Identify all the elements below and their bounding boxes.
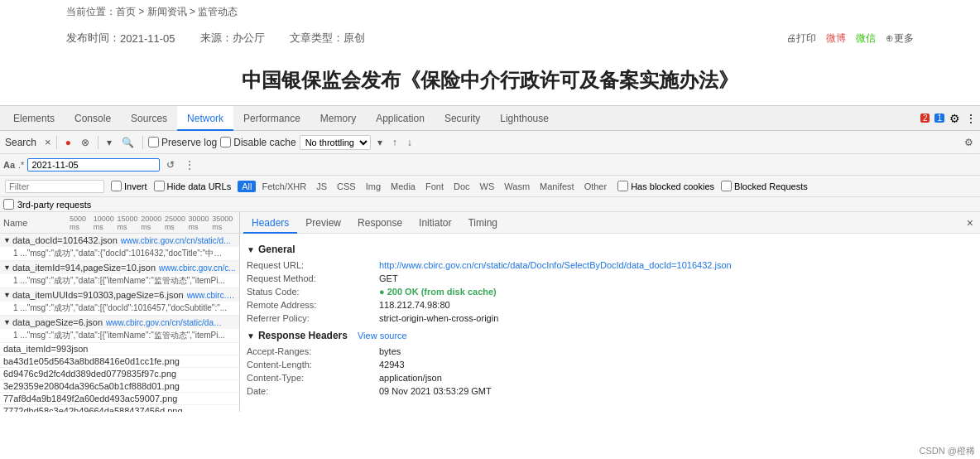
details-tab-response[interactable]: Response [349, 212, 411, 234]
throttling-select[interactable]: No throttling [300, 135, 371, 150]
details-tab-initiator[interactable]: Initiator [411, 212, 459, 234]
disable-cache-checkbox[interactable]: Disable cache [220, 137, 295, 148]
details-tab-headers[interactable]: Headers [243, 212, 297, 234]
timeline-15000: 15000 ms [117, 215, 141, 231]
referrer-policy-row: Referrer Policy: strict-origin-when-cros… [247, 312, 973, 325]
upload-icon[interactable]: ↑ [389, 135, 401, 150]
tab-security[interactable]: Security [435, 106, 490, 131]
group-name-2: data_itemId=914,pageSize=10.json [12, 263, 156, 273]
refresh-button[interactable]: ↺ [163, 157, 178, 172]
settings-icon[interactable]: ⚙ [949, 112, 960, 125]
filter-type-media[interactable]: Media [387, 181, 420, 192]
req-item-4[interactable]: 77af8d4a9b1849f2a60edd493ac59007.png [0, 393, 239, 405]
tab-network[interactable]: Network [177, 106, 233, 131]
filter-type-img[interactable]: Img [362, 181, 385, 192]
aa-label: Aa [3, 160, 15, 170]
tab-lighthouse[interactable]: Lighthouse [490, 106, 559, 131]
group-name-4: data_pageSize=6.json [12, 317, 103, 327]
request-sub-1[interactable]: 1 ..."msg":"成功","data":{"docId":1016432,… [0, 247, 239, 260]
request-sub-4[interactable]: 1 ..."msg":"成功","data":[{"itemName":"监管动… [0, 329, 239, 342]
blocked-cookies-checkbox[interactable]: Has blocked cookies [617, 181, 714, 191]
filter-type-css[interactable]: CSS [333, 181, 360, 192]
download-icon[interactable]: ↓ [404, 135, 416, 150]
filter-type-other[interactable]: Other [580, 181, 612, 192]
filter-type-ws[interactable]: WS [476, 181, 499, 192]
print-button[interactable]: 🖨打印 [786, 31, 816, 46]
online-button[interactable]: ▾ [374, 135, 386, 150]
request-sub-3[interactable]: 1 ..."msg":"成功","data":[{"docId":1016457… [0, 302, 239, 315]
req-item-1[interactable]: ba43d1e05d5643a8bd88416e0d1cc1fe.png [0, 355, 239, 368]
tab-console[interactable]: Console [65, 106, 121, 131]
request-url-row: Request URL: http://www.cbirc.gov.cn/cn/… [247, 258, 973, 272]
filter-icon[interactable]: ▾ [103, 135, 115, 150]
record-button[interactable]: ● [62, 135, 74, 150]
group-url-3: www.cbirc.g... [187, 291, 236, 300]
request-group-header-3[interactable]: ▼ data_itemUUIds=910303,pageSize=6.json … [0, 288, 239, 302]
request-method-row: Request Method: GET [247, 272, 973, 285]
filter-type-wasm[interactable]: Wasm [500, 181, 534, 192]
request-group-1: ▼ data_docId=1016432.json www.cbirc.gov.… [0, 234, 239, 261]
tab-elements[interactable]: Elements [3, 106, 65, 131]
close-search-icon[interactable]: × [45, 136, 51, 148]
details-tab-preview[interactable]: Preview [297, 212, 349, 234]
accept-ranges-row: Accept-Ranges: bytes [247, 345, 973, 358]
request-group-header-1[interactable]: ▼ data_docId=1016432.json www.cbirc.gov.… [0, 234, 239, 247]
preserve-log-checkbox[interactable]: Preserve log [148, 137, 217, 148]
tab-memory[interactable]: Memory [310, 106, 366, 131]
article-type-label: 文章类型： [290, 31, 343, 46]
filter-input[interactable] [5, 180, 104, 193]
page-title: 中国银保监会发布《保险中介行政许可及备案实施办法》 [66, 52, 914, 105]
tab-performance[interactable]: Performance [233, 106, 310, 131]
req-item-2[interactable]: 6d9476c9d2fc4dd389ded0779835f97c.png [0, 368, 239, 380]
status-badge: ● [379, 287, 387, 297]
search-label: Search [3, 137, 41, 148]
invert-checkbox[interactable]: Invert [111, 181, 147, 191]
group-url-1: www.cbirc.gov.cn/cn/static/d... [121, 236, 231, 245]
weibo-button[interactable]: 微博 [826, 31, 846, 46]
remote-address-row: Remote Address: 118.212.74.98:80 [247, 298, 973, 312]
tab-application[interactable]: Application [366, 106, 435, 131]
details-tab-timing[interactable]: Timing [459, 212, 506, 234]
request-group-4: ▼ data_pageSize=6.json www.cbirc.gov.cn/… [0, 316, 239, 343]
weixin-button[interactable]: 微信 [856, 31, 876, 46]
blocked-requests-checkbox[interactable]: Blocked Requests [721, 181, 808, 191]
filter-type-font[interactable]: Font [421, 181, 448, 192]
date-row: Date: 09 Nov 2021 03:53:29 GMT [247, 384, 973, 398]
article-type: 原创 [343, 31, 365, 46]
filter-type-xhr[interactable]: Fetch/XHR [257, 181, 310, 192]
response-headers-section-header: Response Headers View source [247, 330, 973, 341]
filter-type-js[interactable]: JS [312, 181, 331, 192]
group-url-2: www.cbirc.gov.cn/c... [159, 263, 236, 273]
request-group-header-2[interactable]: ▼ data_itemId=914,pageSize=10.json www.c… [0, 261, 239, 274]
request-group-3: ▼ data_itemUUIds=910303,pageSize=6.json … [0, 288, 239, 316]
view-source-link[interactable]: View source [358, 331, 407, 341]
content-type-row: Content-Type: application/json [247, 371, 973, 384]
req-item-3[interactable]: 3e29359e20804da396c5a0b1cf888d01.png [0, 380, 239, 393]
request-sub-2[interactable]: 1 ..."msg":"成功","data":[{"itemName":"监管动… [0, 274, 239, 287]
filter-type-manifest[interactable]: Manifest [536, 181, 579, 192]
more-button[interactable]: ⊕更多 [886, 31, 914, 46]
filter-type-all[interactable]: All [238, 181, 256, 192]
content-length-row: Content-Length: 42943 [247, 358, 973, 371]
request-group-header-4[interactable]: ▼ data_pageSize=6.json www.cbirc.gov.cn/… [0, 316, 239, 329]
timeline-20000: 20000 ms [141, 215, 165, 231]
search-input[interactable] [31, 160, 156, 170]
filter-type-doc[interactable]: Doc [449, 181, 474, 192]
search-icon[interactable]: 🔍 [118, 135, 137, 150]
settings-network-icon[interactable]: ⚙ [961, 135, 977, 150]
timeline-25000: 25000 ms [165, 215, 189, 231]
more-search-icon[interactable]: ⋮ [181, 157, 198, 172]
hide-data-urls-checkbox[interactable]: Hide data URLs [154, 181, 232, 191]
tab-sources[interactable]: Sources [121, 106, 177, 131]
warning-badge: 2 [920, 114, 930, 123]
third-party-checkbox[interactable] [3, 199, 14, 210]
stop-button[interactable]: ⊗ [78, 135, 93, 150]
req-item-5[interactable]: 7772dbd58c3e42b49664da588437456d.png [0, 405, 239, 412]
group-url-4: www.cbirc.gov.cn/cn/static/data/... [106, 318, 222, 327]
timeline-35000: 35000 ms [212, 215, 236, 231]
req-item-0[interactable]: data_itemId=993json [0, 343, 239, 355]
more-devtools-icon[interactable]: ⋮ [965, 112, 977, 125]
timeline-10000: 10000 ms [94, 215, 118, 231]
close-details-icon[interactable]: × [963, 216, 977, 230]
timeline-5000: 5000 ms [70, 215, 94, 231]
